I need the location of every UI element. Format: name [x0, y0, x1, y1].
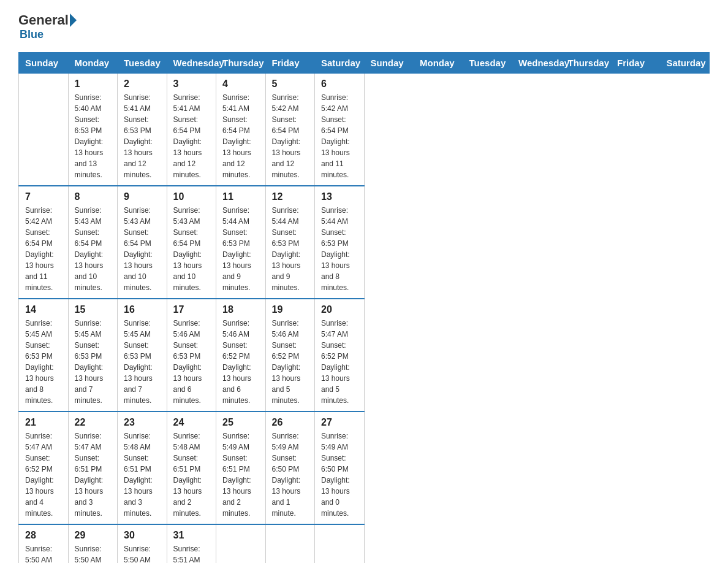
day-number: 14 — [25, 304, 62, 315]
calendar-cell: 8Sunrise: 5:43 AMSunset: 6:54 PMDaylight… — [68, 186, 118, 299]
calendar-week-row: 14Sunrise: 5:45 AMSunset: 6:53 PMDayligh… — [19, 299, 710, 412]
calendar-cell — [19, 74, 69, 186]
day-info: Sunrise: 5:41 AMSunset: 6:53 PMDaylight:… — [124, 92, 161, 180]
calendar-cell: 9Sunrise: 5:43 AMSunset: 6:54 PMDaylight… — [118, 186, 167, 299]
day-number: 12 — [272, 191, 309, 202]
calendar-cell: 11Sunrise: 5:44 AMSunset: 6:53 PMDayligh… — [216, 186, 266, 299]
calendar-cell: 7Sunrise: 5:42 AMSunset: 6:54 PMDaylight… — [19, 186, 69, 299]
calendar-cell: 27Sunrise: 5:49 AMSunset: 6:50 PMDayligh… — [315, 412, 365, 524]
day-number: 30 — [124, 530, 161, 541]
day-number: 15 — [75, 304, 112, 315]
day-number: 3 — [173, 79, 210, 90]
day-info: Sunrise: 5:50 AMSunset: 6:49 PMDaylight:… — [75, 543, 112, 563]
header-wednesday: Wednesday — [167, 53, 216, 74]
calendar-cell: 29Sunrise: 5:50 AMSunset: 6:49 PMDayligh… — [68, 524, 118, 563]
calendar-cell: 26Sunrise: 5:49 AMSunset: 6:50 PMDayligh… — [265, 412, 315, 524]
day-number: 1 — [75, 79, 112, 90]
calendar-cell: 14Sunrise: 5:45 AMSunset: 6:53 PMDayligh… — [19, 299, 69, 412]
day-info: Sunrise: 5:45 AMSunset: 6:53 PMDaylight:… — [124, 318, 161, 406]
day-info: Sunrise: 5:43 AMSunset: 6:54 PMDaylight:… — [173, 205, 210, 293]
calendar-cell: 2Sunrise: 5:41 AMSunset: 6:53 PMDaylight… — [118, 74, 167, 186]
day-info: Sunrise: 5:42 AMSunset: 6:54 PMDaylight:… — [25, 205, 62, 293]
calendar-cell: 4Sunrise: 5:41 AMSunset: 6:54 PMDaylight… — [216, 74, 266, 186]
calendar-cell: 31Sunrise: 5:51 AMSunset: 6:48 PMDayligh… — [167, 524, 216, 563]
calendar-cell: 6Sunrise: 5:42 AMSunset: 6:54 PMDaylight… — [315, 74, 365, 186]
day-number: 25 — [222, 417, 259, 428]
day-info: Sunrise: 5:47 AMSunset: 6:52 PMDaylight:… — [25, 431, 62, 519]
header-day-friday: Friday — [611, 53, 661, 74]
day-info: Sunrise: 5:44 AMSunset: 6:53 PMDaylight:… — [272, 205, 309, 293]
header-friday: Friday — [265, 53, 315, 74]
day-info: Sunrise: 5:50 AMSunset: 6:49 PMDaylight:… — [25, 543, 62, 563]
day-number: 24 — [173, 417, 210, 428]
day-info: Sunrise: 5:43 AMSunset: 6:54 PMDaylight:… — [124, 205, 161, 293]
calendar-week-row: 7Sunrise: 5:42 AMSunset: 6:54 PMDaylight… — [19, 186, 710, 299]
day-info: Sunrise: 5:41 AMSunset: 6:54 PMDaylight:… — [222, 92, 259, 180]
calendar-cell: 16Sunrise: 5:45 AMSunset: 6:53 PMDayligh… — [118, 299, 167, 412]
page-header: General Blue — [18, 12, 710, 41]
calendar-week-row: 21Sunrise: 5:47 AMSunset: 6:52 PMDayligh… — [19, 412, 710, 524]
calendar-cell — [216, 524, 266, 563]
day-number: 26 — [272, 417, 309, 428]
day-info: Sunrise: 5:48 AMSunset: 6:51 PMDaylight:… — [124, 431, 161, 519]
day-info: Sunrise: 5:50 AMSunset: 6:49 PMDaylight:… — [124, 543, 161, 563]
day-number: 17 — [173, 304, 210, 315]
calendar-cell — [265, 524, 315, 563]
calendar-week-row: 28Sunrise: 5:50 AMSunset: 6:49 PMDayligh… — [19, 524, 710, 563]
day-number: 2 — [124, 79, 161, 90]
day-info: Sunrise: 5:47 AMSunset: 6:52 PMDaylight:… — [321, 318, 358, 406]
day-info: Sunrise: 5:40 AMSunset: 6:53 PMDaylight:… — [75, 92, 112, 180]
day-number: 23 — [124, 417, 161, 428]
calendar-cell: 5Sunrise: 5:42 AMSunset: 6:54 PMDaylight… — [265, 74, 315, 186]
day-number: 27 — [321, 417, 358, 428]
logo-blue-text: Blue — [20, 28, 44, 40]
day-info: Sunrise: 5:42 AMSunset: 6:54 PMDaylight:… — [272, 92, 309, 180]
header-day-thursday: Thursday — [561, 53, 611, 74]
calendar-cell: 21Sunrise: 5:47 AMSunset: 6:52 PMDayligh… — [19, 412, 69, 524]
day-number: 28 — [25, 530, 62, 541]
header-saturday: Saturday — [315, 53, 365, 74]
header-tuesday: Tuesday — [118, 53, 167, 74]
header-day-sunday: Sunday — [364, 53, 414, 74]
day-number: 8 — [75, 191, 112, 202]
day-number: 10 — [173, 191, 210, 202]
day-number: 16 — [124, 304, 161, 315]
day-info: Sunrise: 5:48 AMSunset: 6:51 PMDaylight:… — [173, 431, 210, 519]
header-day-tuesday: Tuesday — [463, 53, 512, 74]
day-number: 29 — [75, 530, 112, 541]
day-number: 6 — [321, 79, 358, 90]
day-info: Sunrise: 5:42 AMSunset: 6:54 PMDaylight:… — [321, 92, 358, 180]
calendar-cell: 22Sunrise: 5:47 AMSunset: 6:51 PMDayligh… — [68, 412, 118, 524]
day-number: 31 — [173, 530, 210, 541]
logo: General Blue — [18, 12, 78, 41]
calendar-cell: 13Sunrise: 5:44 AMSunset: 6:53 PMDayligh… — [315, 186, 365, 299]
calendar-week-row: 1Sunrise: 5:40 AMSunset: 6:53 PMDaylight… — [19, 74, 710, 186]
day-info: Sunrise: 5:49 AMSunset: 6:50 PMDaylight:… — [272, 431, 309, 519]
day-number: 21 — [25, 417, 62, 428]
header-day-saturday: Saturday — [660, 53, 710, 74]
header-sunday: Sunday — [19, 53, 69, 74]
day-number: 20 — [321, 304, 358, 315]
day-info: Sunrise: 5:41 AMSunset: 6:54 PMDaylight:… — [173, 92, 210, 180]
day-number: 5 — [272, 79, 309, 90]
calendar-cell: 28Sunrise: 5:50 AMSunset: 6:49 PMDayligh… — [19, 524, 69, 563]
calendar-cell: 24Sunrise: 5:48 AMSunset: 6:51 PMDayligh… — [167, 412, 216, 524]
day-info: Sunrise: 5:51 AMSunset: 6:48 PMDaylight:… — [173, 543, 210, 563]
calendar-cell: 12Sunrise: 5:44 AMSunset: 6:53 PMDayligh… — [265, 186, 315, 299]
day-number: 7 — [25, 191, 62, 202]
day-info: Sunrise: 5:43 AMSunset: 6:54 PMDaylight:… — [75, 205, 112, 293]
calendar-cell: 19Sunrise: 5:46 AMSunset: 6:52 PMDayligh… — [265, 299, 315, 412]
day-number: 22 — [75, 417, 112, 428]
day-info: Sunrise: 5:49 AMSunset: 6:50 PMDaylight:… — [321, 431, 358, 519]
calendar-cell: 17Sunrise: 5:46 AMSunset: 6:53 PMDayligh… — [167, 299, 216, 412]
day-number: 13 — [321, 191, 358, 202]
day-info: Sunrise: 5:47 AMSunset: 6:51 PMDaylight:… — [75, 431, 112, 519]
day-info: Sunrise: 5:45 AMSunset: 6:53 PMDaylight:… — [25, 318, 62, 406]
calendar-cell: 3Sunrise: 5:41 AMSunset: 6:54 PMDaylight… — [167, 74, 216, 186]
calendar-cell: 1Sunrise: 5:40 AMSunset: 6:53 PMDaylight… — [68, 74, 118, 186]
day-info: Sunrise: 5:46 AMSunset: 6:53 PMDaylight:… — [173, 318, 210, 406]
calendar-cell: 18Sunrise: 5:46 AMSunset: 6:52 PMDayligh… — [216, 299, 266, 412]
calendar-cell: 15Sunrise: 5:45 AMSunset: 6:53 PMDayligh… — [68, 299, 118, 412]
day-number: 11 — [222, 191, 259, 202]
header-monday: Monday — [68, 53, 118, 74]
